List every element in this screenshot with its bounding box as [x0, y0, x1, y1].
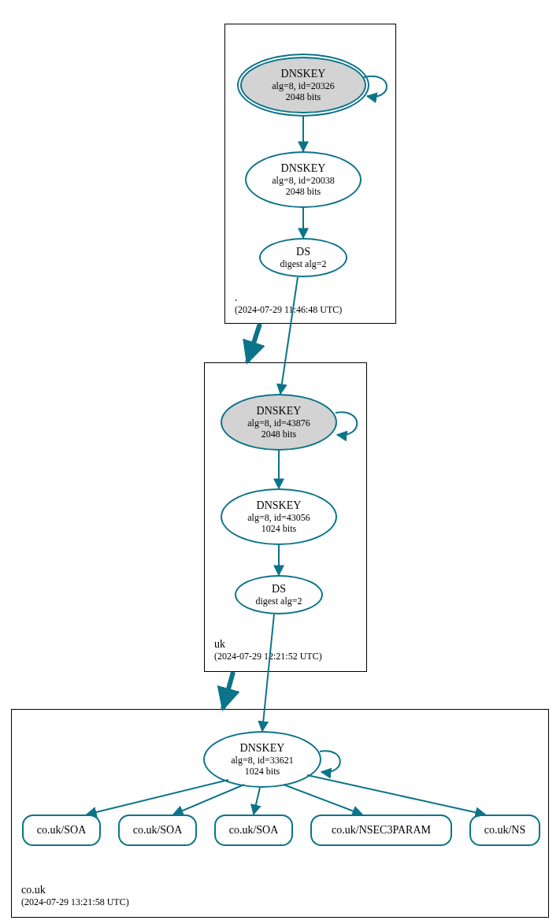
node-rr-soa-3: co.uk/SOA: [214, 815, 293, 846]
node-couk-key: DNSKEY alg=8, id=33621 1024 bits: [203, 731, 321, 788]
root-zsk-bits: 2048 bits: [286, 186, 321, 197]
uk-zsk-alg: alg=8, id=43056: [247, 512, 310, 523]
couk-key-alg: alg=8, id=33621: [231, 755, 294, 766]
node-uk-ds: DS digest alg=2: [235, 575, 323, 614]
node-rr-ns: co.uk/NS: [469, 815, 540, 846]
couk-key-title: DNSKEY: [240, 742, 285, 755]
uk-ksk-title: DNSKEY: [257, 405, 302, 417]
uk-zsk-bits: 1024 bits: [261, 523, 296, 534]
uk-ksk-alg: alg=8, id=43876: [247, 417, 310, 429]
zone-ts-couk: (2024-07-29 13:21:58 UTC): [21, 896, 129, 908]
root-ds-alg: digest alg=2: [280, 258, 326, 269]
root-ksk-bits: 2048 bits: [286, 91, 321, 102]
node-root-ksk: DNSKEY alg=8, id=20326 2048 bits: [240, 57, 366, 113]
edge-root-zone-to-uk-zone: [247, 324, 260, 362]
root-zsk-title: DNSKEY: [281, 162, 326, 175]
root-ds-title: DS: [296, 246, 310, 258]
uk-zsk-title: DNSKEY: [257, 499, 302, 512]
node-root-zsk: DNSKEY alg=8, id=20038 2048 bits: [245, 151, 362, 208]
zone-label-couk: co.uk (2024-07-29 13:21:58 UTC): [21, 884, 129, 908]
edge-uk-zone-to-couk-zone: [223, 672, 233, 709]
node-rr-nsec3param: co.uk/NSEC3PARAM: [310, 815, 452, 846]
root-ksk-alg: alg=8, id=20326: [272, 80, 335, 91]
node-rr-soa-1: co.uk/SOA: [22, 815, 101, 846]
couk-key-bits: 1024 bits: [245, 766, 280, 777]
node-root-ds: DS digest alg=2: [259, 238, 347, 277]
zone-name-uk: uk: [214, 638, 322, 651]
node-uk-zsk: DNSKEY alg=8, id=43056 1024 bits: [221, 488, 337, 545]
node-rr-soa-2: co.uk/SOA: [118, 815, 197, 846]
zone-ts-uk: (2024-07-29 12:21:52 UTC): [214, 651, 322, 662]
zone-name-root: .: [235, 291, 342, 304]
uk-ksk-bits: 2048 bits: [261, 429, 296, 440]
root-ksk-title: DNSKEY: [281, 68, 326, 80]
diagram-canvas: . (2024-07-29 11:46:48 UTC) uk (2024-07-…: [0, 0, 560, 924]
root-zsk-alg: alg=8, id=20038: [272, 175, 335, 186]
uk-ds-title: DS: [272, 583, 286, 596]
uk-ds-alg: digest alg=2: [255, 596, 302, 607]
zone-name-couk: co.uk: [21, 884, 129, 896]
zone-label-uk: uk (2024-07-29 12:21:52 UTC): [214, 638, 322, 662]
node-uk-ksk: DNSKEY alg=8, id=43876 2048 bits: [221, 394, 337, 451]
zone-ts-root: (2024-07-29 11:46:48 UTC): [235, 304, 342, 316]
zone-label-root: . (2024-07-29 11:46:48 UTC): [235, 291, 342, 316]
